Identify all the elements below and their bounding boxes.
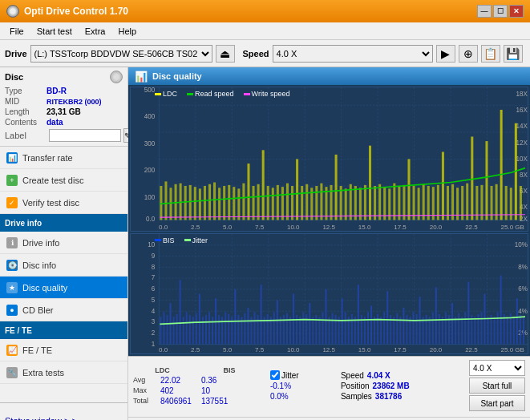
menu-file[interactable]: File [3, 25, 30, 38]
bis-avg-val: 0.36 [201, 376, 216, 385]
fe-te-label: FE / TE [22, 345, 52, 355]
read-speed-legend: Read speed [187, 90, 234, 98]
svg-rect-234 [458, 313, 459, 345]
svg-rect-188 [309, 303, 310, 345]
svg-rect-156 [205, 315, 207, 345]
svg-rect-237 [467, 282, 469, 345]
svg-text:4: 4 [152, 306, 156, 315]
sidebar-item-disc-quality[interactable]: ★ Disc quality [0, 277, 127, 299]
svg-rect-53 [267, 186, 269, 220]
top-chart-legend: LDC Read speed Write speed [155, 90, 289, 98]
position-label: Position [341, 382, 370, 390]
ldc-stat-col: LDC Avg 22.02 Max 402 Total 8406961 [133, 366, 192, 406]
svg-rect-230 [445, 312, 447, 344]
copy-button[interactable]: 📋 [481, 45, 500, 63]
sidebar-item-disc-info[interactable]: 💽 Disc info [0, 254, 127, 277]
extra-tests-icon: 🔧 [6, 367, 18, 378]
svg-rect-37 [189, 185, 192, 220]
svg-rect-91 [451, 184, 454, 220]
svg-rect-221 [416, 314, 418, 345]
svg-rect-150 [186, 312, 188, 344]
svg-rect-39 [199, 188, 201, 220]
sidebar-item-fe-te[interactable]: 📈 FE / TE [0, 339, 127, 361]
svg-text:8X: 8X [520, 170, 528, 178]
ldc-avg-val: 22.02 [160, 376, 180, 385]
svg-rect-41 [208, 184, 211, 220]
svg-rect-162 [225, 312, 226, 344]
svg-rect-216 [399, 317, 401, 344]
svg-rect-42 [213, 183, 216, 220]
svg-rect-31 [160, 186, 162, 220]
save-button[interactable]: 💾 [504, 45, 523, 63]
sidebar-item-create-test-disc[interactable]: + Create test disc [0, 169, 127, 192]
bottom-chart: BIS Jitter [130, 233, 528, 354]
svg-rect-193 [325, 289, 326, 345]
svg-rect-40 [204, 186, 206, 220]
svg-rect-54 [272, 188, 274, 220]
sidebar-item-verify-test-disc[interactable]: ✓ Verify test disc [0, 192, 127, 214]
speed-dropdown[interactable]: 4.0 X [469, 360, 525, 376]
minimize-button[interactable]: — [477, 5, 492, 18]
svg-rect-180 [283, 315, 285, 345]
eject-button[interactable]: ⏏ [216, 45, 235, 63]
sidebar-item-drive-info[interactable]: ℹ Drive info [0, 232, 127, 254]
label-input[interactable] [49, 129, 121, 142]
status-bar: Status window > > [0, 402, 127, 420]
extra-tests-label: Extra tests [22, 368, 64, 378]
menu-start-test[interactable]: Start test [30, 25, 79, 38]
bis-max-val: 10 [201, 386, 210, 395]
maximize-button[interactable]: ☐ [493, 5, 508, 18]
close-button[interactable]: ✕ [509, 5, 524, 18]
svg-rect-215 [396, 313, 398, 345]
title-bar: Opti Drive Control 1.70 — ☐ ✕ [0, 0, 530, 22]
svg-text:0.0: 0.0 [146, 214, 155, 222]
svg-rect-144 [166, 315, 168, 345]
add-button[interactable]: ⊕ [459, 45, 478, 63]
sidebar-item-extra-tests[interactable]: 🔧 Extra tests [0, 361, 127, 384]
svg-rect-254 [523, 317, 524, 344]
svg-rect-85 [423, 184, 425, 220]
menu-extra[interactable]: Extra [79, 25, 112, 38]
stats-bar: LDC Avg 22.02 Max 402 Total 8406961 [128, 356, 530, 417]
drive-select[interactable]: (L:) TSSTcorp BDDVDW SE-506CB TS02 [30, 45, 212, 63]
bottom-chart-x-axis: 0.0 2.5 5.0 7.5 10.0 12.5 15.0 17.5 20.0… [159, 346, 524, 353]
bis-dot [155, 239, 161, 241]
svg-rect-38 [194, 187, 196, 220]
write-speed-legend: Write speed [244, 90, 290, 98]
svg-rect-171 [254, 312, 256, 344]
status-window-link[interactable]: Status window > > [5, 416, 123, 421]
svg-rect-211 [383, 312, 385, 344]
svg-rect-83 [413, 186, 415, 220]
svg-rect-69 [345, 188, 347, 220]
ldc-legend: LDC [155, 90, 177, 98]
svg-rect-195 [332, 313, 334, 345]
sidebar-item-transfer-rate[interactable]: 📊 Transfer rate [0, 147, 127, 169]
svg-rect-192 [322, 312, 323, 344]
svg-rect-98 [485, 141, 488, 220]
jitter-checkbox[interactable] [270, 370, 280, 380]
start-part-button[interactable]: Start part [469, 395, 525, 411]
svg-rect-202 [354, 317, 356, 344]
type-key: Type [5, 87, 47, 95]
disc-quality-label: Disc quality [22, 283, 67, 293]
menu-help[interactable]: Help [111, 25, 143, 38]
play-button[interactable]: ▶ [436, 45, 455, 63]
speed-select[interactable]: 4.0 X 1.0 X 2.0 X 6.0 X 8.0 X [273, 45, 433, 63]
svg-rect-225 [429, 317, 431, 344]
svg-text:200: 200 [144, 166, 156, 174]
read-speed-label: Read speed [195, 90, 234, 98]
svg-rect-224 [426, 315, 427, 345]
drive-info-label: Drive info [22, 238, 59, 248]
svg-rect-71 [354, 186, 357, 220]
svg-text:18X: 18X [516, 90, 528, 98]
svg-rect-61 [305, 184, 308, 220]
svg-rect-48 [242, 184, 245, 220]
sidebar-item-cd-bler[interactable]: ● CD Bler [0, 299, 127, 321]
bis-total-val: 137551 [201, 397, 228, 406]
svg-rect-189 [312, 317, 314, 344]
bis-stat-col: BIS 0.36 10 137551 [201, 366, 257, 406]
chart-title: Disc quality [152, 71, 202, 81]
start-full-button[interactable]: Start full [469, 378, 525, 394]
jitter-checkbox-row[interactable]: Jitter [270, 370, 326, 380]
svg-rect-243 [487, 317, 488, 344]
